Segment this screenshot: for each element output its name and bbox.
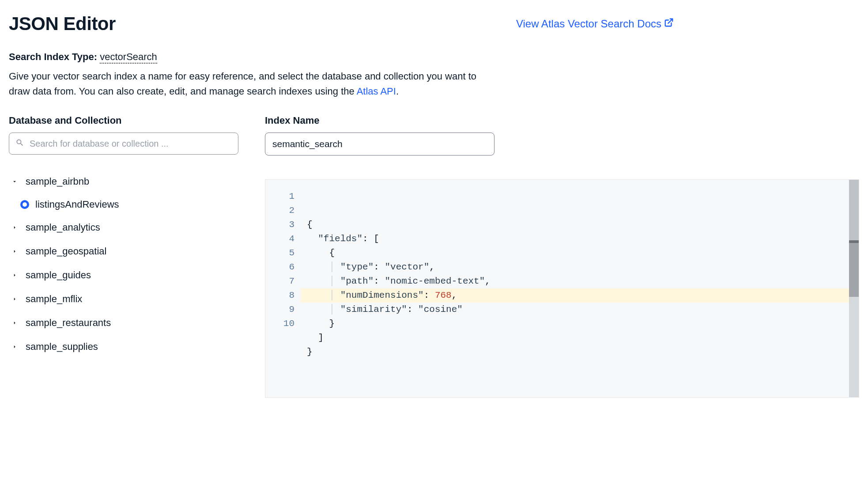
external-link-icon [664,18,674,30]
atlas-api-link[interactable]: Atlas API [357,86,396,97]
scrollbar-thumb[interactable] [849,180,859,242]
radio-selected-icon [20,200,29,209]
index-name-label: Index Name [265,115,494,126]
search-index-type: Search Index Type: vectorSearch [9,51,859,63]
index-name-input[interactable] [265,133,494,155]
db-label: sample_guides [26,269,91,281]
search-icon [15,138,24,149]
db-label: sample_mflix [26,293,82,305]
collection-item-listingsAndReviews[interactable]: listingsAndReviews [9,193,238,216]
editor-scrollbar[interactable] [849,180,859,397]
db-search-box[interactable] [9,133,238,155]
db-collection-label: Database and Collection [9,115,238,126]
index-type-label: Search Index Type: [9,51,97,62]
page-title: JSON Editor [9,13,116,34]
db-label: sample_restaurants [26,317,111,329]
code-body[interactable]: { "fields": [ { │ "type": "vector", │ "p… [301,180,849,397]
chevron-right-icon [11,247,19,255]
index-type-value: vectorSearch [100,51,157,64]
db-label: sample_airbnb [26,176,89,187]
line-number-gutter: 1 2 3 4 5 6 7 8 9 10 [265,180,301,397]
json-code-editor[interactable]: 1 2 3 4 5 6 7 8 9 10 { "fields": [ { │ "… [265,179,859,398]
chevron-right-icon [11,271,19,279]
view-docs-link[interactable]: View Atlas Vector Search Docs [516,18,674,30]
svg-line-0 [668,19,672,23]
db-label: sample_supplies [26,341,98,353]
db-label: sample_geospatial [26,246,106,257]
db-search-input[interactable] [30,139,232,149]
db-label: sample_analytics [26,222,100,233]
scrollbar-marker [849,240,859,243]
db-item-sample-analytics[interactable]: sample_analytics [9,216,238,239]
db-item-sample-geospatial[interactable]: sample_geospatial [9,239,238,263]
chevron-right-icon [11,224,19,231]
db-item-sample-mflix[interactable]: sample_mflix [9,287,238,311]
db-tree: sample_airbnb listingsAndReviews sample_… [9,170,238,359]
chevron-right-icon [11,343,19,351]
description-text: Give your vector search index a name for… [9,69,486,99]
db-item-sample-airbnb[interactable]: sample_airbnb [9,170,238,193]
docs-link-label: View Atlas Vector Search Docs [516,18,661,30]
chevron-down-icon [11,178,19,186]
chevron-right-icon [11,319,19,327]
scrollbar-thumb[interactable] [849,242,859,297]
db-item-sample-guides[interactable]: sample_guides [9,263,238,287]
db-item-sample-restaurants[interactable]: sample_restaurants [9,311,238,335]
collection-label: listingsAndReviews [35,199,119,210]
chevron-right-icon [11,295,19,303]
db-item-sample-supplies[interactable]: sample_supplies [9,335,238,359]
